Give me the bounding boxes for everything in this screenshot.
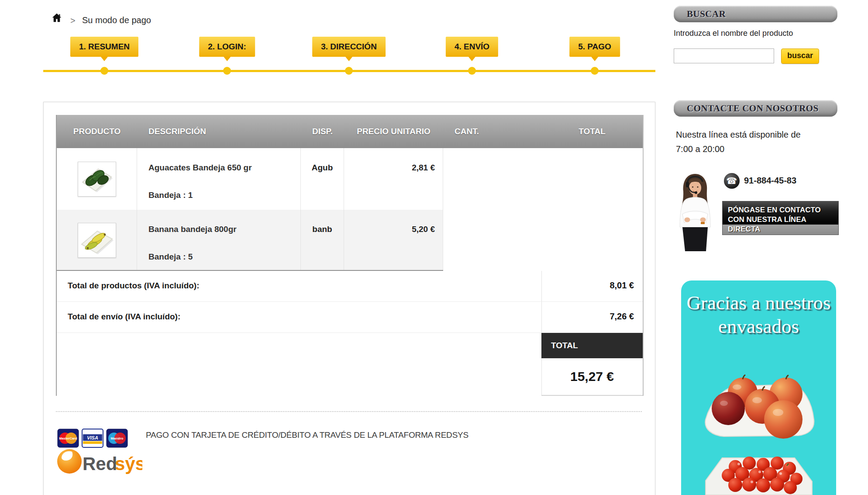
product-variant: Bandeja : 1 (148, 190, 193, 200)
search-caption: Introduzca el nombre del producto (674, 29, 793, 38)
contact-phone-number: 91-884-45-83 (744, 176, 796, 186)
hotline-button-line1: PÓNGASE EN CONTACTO (728, 205, 833, 215)
svg-text:sýs: sýs (115, 453, 142, 474)
totals-label: Total de envío (IVA incluído): (68, 312, 180, 322)
step-dot (468, 67, 476, 75)
support-agent-photo (674, 170, 716, 251)
breadcrumb-separator: > (70, 16, 76, 26)
col-header-producto: PRODUCTO (57, 115, 137, 148)
grand-total-value: 15,27 € (541, 358, 643, 395)
card-logos: MasterCard VISA Maestro (57, 428, 128, 448)
banner-title-line1: Gracias a nuestros (681, 291, 836, 315)
step-tab-direccion[interactable]: 3. DIRECCIÓN (312, 37, 386, 57)
grand-total-bar: TOTAL (541, 333, 643, 358)
product-name: Banana bandeja 800gr (148, 225, 237, 234)
phone-icon: ☎ (724, 173, 740, 189)
col-header-precio-unitario: PRECIO UNITARIO (344, 115, 443, 148)
search-input[interactable] (674, 48, 774, 63)
product-description-cell: Banana bandeja 800gr Bandeja : 5 (137, 210, 301, 271)
step-tab-envio[interactable]: 4. ENVÍO (446, 37, 498, 57)
col-header-descripcion: DESCRIPCIÓN (137, 115, 301, 148)
hotline-button-line3: DIRECTA (728, 225, 833, 234)
col-header-disp: DISP. (301, 115, 344, 148)
contact-block-title: CONTACTE CON NOSOTROS (674, 100, 837, 117)
breadcrumb-current: Su modo de pago (82, 15, 151, 25)
col-header-total: TOTAL (541, 115, 643, 148)
svg-text:MasterCard: MasterCard (59, 436, 77, 440)
step-dot (345, 67, 353, 75)
contact-availability-line2: 7:00 a 20:00 (676, 142, 801, 156)
redsys-logo: Red sýs (57, 447, 142, 481)
mastercard-icon: MasterCard (58, 429, 79, 447)
contact-availability-line1: Nuestra línea está disponible de (676, 128, 801, 142)
svg-text:VISA: VISA (87, 435, 98, 440)
product-description-cell: Aguacates Bandeja 650 gr Bandeja : 1 (137, 148, 301, 210)
contact-availability: Nuestra línea está disponible de 7:00 a … (676, 128, 801, 156)
step-tab-login[interactable]: 2. LOGIN: (199, 37, 255, 57)
product-image-avocados (78, 162, 116, 197)
cart-table: PRODUCTO DESCRIPCIÓN DISP. PRECIO UNITAR… (56, 115, 644, 396)
step-tab-resumen[interactable]: 1. RESUMEN (70, 37, 138, 57)
visa-icon: VISA (82, 429, 103, 447)
availability-cell: banb (301, 210, 344, 271)
totals-label: Total de productos (IVA incluído): (68, 281, 200, 291)
totals-row-products: Total de productos (IVA incluído): 8,01 … (57, 271, 643, 301)
product-variant: Bandeja : 5 (148, 252, 193, 262)
availability-code: banb (312, 225, 332, 234)
product-image-cell (57, 148, 137, 210)
unit-price: 2,81 € (412, 163, 435, 173)
product-image-bananas (78, 223, 116, 258)
step-dot (223, 67, 231, 75)
cart-table-header: PRODUCTO DESCRIPCIÓN DISP. PRECIO UNITAR… (57, 115, 643, 149)
totals-row-shipping: Total de envío (IVA incluído): 7,26 € (57, 302, 643, 332)
availability-cell: Agub (301, 148, 344, 210)
packaging-ad-banner[interactable]: Gracias a nuestros envasados (681, 280, 836, 495)
step-tab-pago[interactable]: 5. PAGO (569, 37, 620, 57)
svg-text:Red: Red (83, 453, 117, 474)
unit-price-cell: 5,20 € (344, 210, 443, 271)
hotline-button-line2: CON NUESTRA LÍNEA (728, 215, 833, 225)
checkout-page: > Su modo de pago 1. RESUMEN 2. LOGIN: 3… (0, 0, 868, 495)
unit-price-cell: 2,81 € (344, 148, 443, 210)
col-header-cant: CANT. (443, 115, 541, 148)
home-icon[interactable] (51, 12, 62, 24)
line-total-cell (541, 210, 643, 271)
product-image-cell (57, 210, 137, 271)
svg-text:Maestro: Maestro (111, 436, 124, 440)
totals-value: 8,01 € (610, 280, 634, 291)
search-block-title: BUSCAR (674, 6, 837, 22)
grand-total-bottom-rule (541, 395, 643, 396)
step-dot (100, 67, 108, 75)
tomatoes-tray-image (695, 450, 822, 495)
table-row-bananas: Banana bandeja 800gr Bandeja : 5 banb 5,… (57, 210, 643, 271)
step-dot (591, 67, 599, 75)
line-total-cell (541, 148, 643, 210)
banner-title: Gracias a nuestros envasados (681, 291, 836, 338)
hotline-contact-button[interactable]: PÓNGASE EN CONTACTO CON NUESTRA LÍNEA DI… (722, 201, 839, 235)
availability-code: Agub (312, 163, 333, 173)
apples-tray-image (693, 358, 824, 446)
payment-method-text: PAGO CON TARJETA DE CRÉDITO/DÉBITO A TRA… (146, 430, 468, 440)
totals-value: 7,26 € (610, 312, 634, 322)
quantity-cell (443, 210, 541, 271)
banner-title-line2: envasados (681, 315, 836, 338)
product-name: Aguacates Bandeja 650 gr (148, 163, 252, 173)
search-button[interactable]: buscar (781, 48, 819, 64)
quantity-cell (443, 148, 541, 210)
table-row-aguacates: Aguacates Bandeja 650 gr Bandeja : 1 Agu… (57, 148, 643, 210)
unit-price: 5,20 € (412, 225, 435, 234)
maestro-icon: Maestro (107, 429, 127, 447)
payment-separator (56, 411, 642, 412)
